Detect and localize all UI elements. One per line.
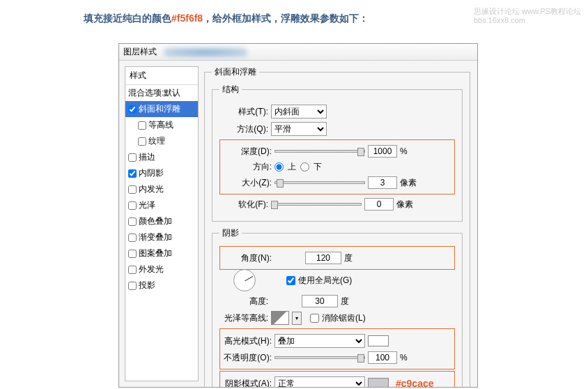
highlight-annotation: 高光模式(H): 叠加 不透明度(O): %	[219, 328, 455, 369]
pattern-overlay-checkbox[interactable]	[128, 250, 137, 258]
altitude-label: 高度:	[219, 296, 268, 307]
shadow-hex-annotation: #c9cace	[396, 378, 434, 387]
styles-sidebar: 样式 混合选项:默认 斜面和浮雕 等高线 纹理 描边 内阴影 内发光 光泽 颜色…	[125, 66, 199, 381]
sidebar-item-outer-glow[interactable]: 外发光	[125, 261, 198, 277]
sidebar-item-satin[interactable]: 光泽	[125, 197, 198, 213]
titlebar-blur	[164, 47, 247, 57]
texture-checkbox[interactable]	[138, 137, 146, 146]
structure-fieldset: 结构 样式(T): 内斜面 方法(Q): 平滑 深度(D):	[212, 84, 463, 222]
angle-unit: 度	[344, 252, 353, 264]
layer-style-dialog: 图层样式 样式 混合选项:默认 斜面和浮雕 等高线 纹理 描边 内阴影 内发光 …	[118, 43, 478, 388]
sidebar-item-inner-glow[interactable]: 内发光	[125, 181, 198, 197]
style-label: 样式(T):	[219, 106, 268, 118]
sidebar-item-stroke[interactable]: 描边	[125, 149, 198, 165]
annotation-instruction: 填充接近纯白的颜色#f5f6f8，给外框加样式，浮雕效果参数如下：	[84, 13, 369, 25]
inner-shadow-checkbox[interactable]	[128, 169, 137, 178]
instruction-post: ，给外框加样式，浮雕效果参数如下：	[203, 13, 369, 24]
highlight-opacity-label: 不透明度(O):	[223, 352, 272, 364]
depth-slider[interactable]	[274, 150, 365, 153]
sidebar-item-gradient-overlay[interactable]: 渐变叠加	[125, 229, 198, 245]
soften-slider[interactable]	[271, 203, 362, 206]
shadow-mode-select[interactable]: 正常	[274, 376, 365, 387]
soften-unit: 像素	[396, 199, 413, 211]
satin-checkbox[interactable]	[128, 201, 137, 210]
altitude-input[interactable]	[302, 295, 338, 307]
size-unit: 像素	[400, 177, 417, 189]
bevel-checkbox[interactable]	[128, 105, 137, 114]
global-light-checkbox[interactable]	[286, 276, 295, 285]
sidebar-item-contour[interactable]: 等高线	[125, 117, 198, 133]
shadow-mode-label: 阴影模式(A):	[223, 378, 272, 388]
angle-label: 角度(N):	[223, 252, 272, 264]
sidebar-item-drop-shadow[interactable]: 投影	[125, 277, 198, 293]
dialog-title: 图层样式	[123, 46, 157, 58]
highlight-mode-label: 高光模式(H):	[223, 335, 272, 347]
contour-checkbox[interactable]	[138, 121, 146, 130]
stroke-checkbox[interactable]	[128, 153, 137, 162]
gloss-contour-label: 光泽等高线:	[219, 312, 268, 324]
highlight-mode-select[interactable]: 叠加	[274, 334, 365, 348]
technique-select[interactable]: 平滑	[271, 122, 327, 136]
inner-glow-checkbox[interactable]	[128, 185, 137, 194]
highlight-opacity-input[interactable]	[368, 351, 397, 364]
shading-fieldset: 阴影 角度(N): 度 使用全局光(G)	[212, 227, 463, 387]
sidebar-item-texture[interactable]: 纹理	[125, 133, 198, 149]
direction-up-radio[interactable]	[274, 162, 284, 171]
bevel-fieldset: 斜面和浮雕 结构 样式(T): 内斜面 方法(Q): 平滑 深度(D):	[204, 66, 470, 387]
soften-label: 软化(F):	[219, 199, 268, 211]
instruction-hex: #f5f6f8	[171, 13, 203, 24]
gloss-dropdown-icon[interactable]: ▾	[292, 312, 302, 325]
drop-shadow-checkbox[interactable]	[128, 282, 137, 290]
global-light-label: 使用全局光(G)	[298, 275, 352, 287]
sidebar-header: 样式	[125, 67, 198, 85]
highlight-opacity-slider[interactable]	[274, 356, 365, 359]
sidebar-item-blend[interactable]: 混合选项:默认	[125, 85, 198, 101]
soften-input[interactable]	[364, 198, 394, 211]
direction-down-radio[interactable]	[300, 162, 309, 171]
gloss-contour-thumb[interactable]	[271, 311, 289, 325]
antialias-checkbox[interactable]	[310, 314, 319, 323]
bevel-legend: 斜面和浮雕	[212, 66, 259, 78]
style-select[interactable]: 内斜面	[271, 105, 327, 119]
outer-glow-checkbox[interactable]	[128, 266, 137, 274]
titlebar[interactable]: 图层样式	[119, 44, 477, 61]
shadow-color-swatch[interactable]	[368, 378, 389, 387]
direction-label: 方向:	[223, 161, 272, 173]
sidebar-item-pattern-overlay[interactable]: 图案叠加	[125, 245, 198, 261]
depth-label: 深度(D):	[223, 146, 272, 158]
sidebar-item-inner-shadow[interactable]: 内阴影	[125, 165, 198, 181]
color-overlay-checkbox[interactable]	[128, 218, 137, 226]
angle-wheel[interactable]	[233, 269, 256, 291]
sidebar-item-bevel[interactable]: 斜面和浮雕	[125, 101, 198, 117]
size-input[interactable]	[368, 176, 397, 189]
depth-annotation: 深度(D): % 方向: 上 下	[219, 139, 455, 194]
sidebar-item-color-overlay[interactable]: 颜色叠加	[125, 213, 198, 229]
highlight-opacity-unit: %	[400, 353, 408, 363]
angle-annotation: 角度(N): 度	[219, 246, 455, 270]
depth-input[interactable]	[368, 145, 397, 158]
technique-label: 方法(Q):	[219, 123, 268, 135]
size-label: 大小(Z):	[223, 177, 272, 189]
antialias-label: 消除锯齿(L)	[322, 312, 366, 324]
angle-input[interactable]	[305, 252, 341, 264]
watermark: 思缘设计论坛 www.PS教程论坛 bbs.16xx8.com	[474, 7, 581, 25]
shadow-annotation: 阴影模式(A): 正常 #c9cace 不透明度(C): %	[219, 371, 455, 387]
structure-legend: 结构	[219, 84, 242, 96]
gradient-overlay-checkbox[interactable]	[128, 234, 137, 242]
altitude-unit: 度	[341, 296, 349, 307]
instruction-pre: 填充接近纯白的颜色	[84, 13, 171, 24]
highlight-color-swatch[interactable]	[368, 335, 389, 346]
depth-unit: %	[400, 146, 408, 156]
size-slider[interactable]	[274, 181, 365, 184]
main-panel: 斜面和浮雕 结构 样式(T): 内斜面 方法(Q): 平滑 深度(D):	[201, 61, 477, 387]
shading-legend: 阴影	[219, 227, 242, 239]
